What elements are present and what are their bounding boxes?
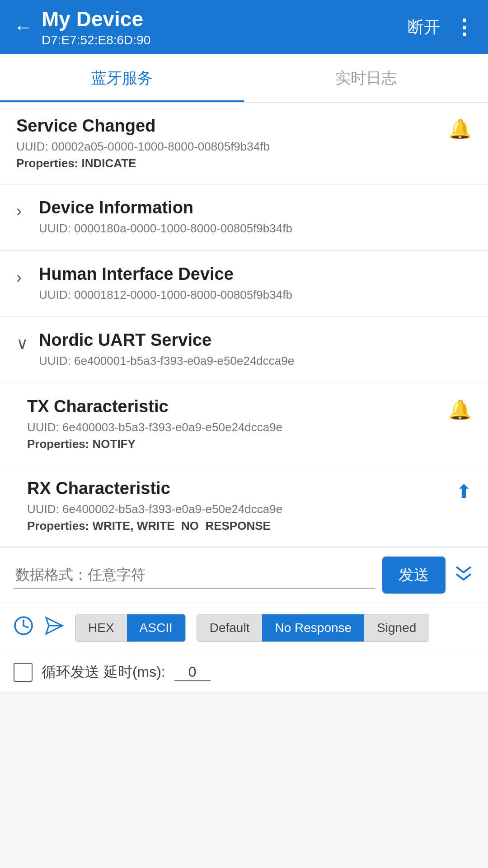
service-changed-info: Service Changed UUID: 00002a05-0000-1000… <box>16 116 270 170</box>
back-button[interactable]: ← <box>14 16 33 38</box>
data-input-field[interactable] <box>14 562 375 589</box>
loop-send-label: 循环发送 延时(ms): <box>42 662 165 682</box>
loop-delay-input[interactable] <box>174 664 211 681</box>
nordic-uart-uuid: UUID: 6e400001-b5a3-f393-e0a9-e50e24dcca… <box>39 353 294 369</box>
header-left: ← My Device D7:E7:52:E8:6D:90 <box>14 7 150 47</box>
human-interface-device-uuid: UUID: 00001812-0000-1000-8000-00805f9b34… <box>39 287 292 303</box>
nordic-uart-left: ∨ Nordic UART Service UUID: 6e400001-b5a… <box>16 330 294 369</box>
tx-characteristic-content: TX Characteristic UUID: 6e400003-b5a3-f3… <box>27 397 282 451</box>
nordic-uart-info: Nordic UART Service UUID: 6e400001-b5a3-… <box>39 330 294 369</box>
tx-characteristic-item[interactable]: TX Characteristic UUID: 6e400003-b5a3-f3… <box>0 383 488 465</box>
service-list: Service Changed UUID: 00002a05-0000-1000… <box>0 103 488 547</box>
tab-realtime-log[interactable]: 实时日志 <box>244 54 488 102</box>
default-response-button[interactable]: Default <box>197 614 263 642</box>
page-title: My Device <box>42 7 150 31</box>
rx-characteristic-item[interactable]: RX Characteristic UUID: 6e400002-b5a3-f3… <box>0 465 488 547</box>
loop-send-checkbox[interactable] <box>14 663 33 682</box>
chevron-right-icon: › <box>16 202 30 221</box>
svg-line-2 <box>23 626 28 627</box>
human-interface-device-left: › Human Interface Device UUID: 00001812-… <box>16 264 292 303</box>
disconnect-button[interactable]: 断开 <box>408 16 440 38</box>
response-button-group: Default No Response Signed <box>197 614 430 642</box>
service-changed-bell-icon[interactable]: 🔔 <box>448 118 472 140</box>
chevron-right-icon-hid: › <box>16 268 30 287</box>
device-address: D7:E7:52:E8:6D:90 <box>42 33 150 47</box>
service-changed-title: Service Changed <box>16 116 270 136</box>
tx-characteristic-properties: Properties: NOTIFY <box>27 437 282 451</box>
tx-characteristic-title: TX Characteristic <box>27 397 282 416</box>
nordic-uart-header: ∨ Nordic UART Service UUID: 6e400001-b5a… <box>16 330 472 369</box>
human-interface-device-info: Human Interface Device UUID: 00001812-00… <box>39 264 292 303</box>
input-area: 发送 <box>0 547 488 603</box>
device-information-item[interactable]: › Device Information UUID: 0000180a-0000… <box>0 184 488 250</box>
service-changed-uuid: UUID: 00002a05-0000-1000-8000-00805f9b34… <box>16 138 270 155</box>
nordic-uart-item[interactable]: ∨ Nordic UART Service UUID: 6e400001-b5a… <box>0 317 488 383</box>
service-changed-header: Service Changed UUID: 00002a05-0000-1000… <box>16 116 472 170</box>
chevron-down-icon: ∨ <box>16 334 30 353</box>
tx-characteristic-uuid: UUID: 6e400003-b5a3-f393-e0a9-e50e24dcca… <box>27 419 282 435</box>
ascii-format-button[interactable]: ASCII <box>127 614 185 642</box>
rx-characteristic-properties: Properties: WRITE, WRITE_NO_RESPONSE <box>27 519 282 533</box>
header-title-block: My Device D7:E7:52:E8:6D:90 <box>42 7 150 47</box>
human-interface-device-header: › Human Interface Device UUID: 00001812-… <box>16 264 472 303</box>
overflow-menu-button[interactable]: ⋮ <box>454 15 474 39</box>
send-icon[interactable] <box>44 616 64 640</box>
header: ← My Device D7:E7:52:E8:6D:90 断开 ⋮ <box>0 0 488 54</box>
device-information-info: Device Information UUID: 0000180a-0000-1… <box>39 198 292 236</box>
human-interface-device-item[interactable]: › Human Interface Device UUID: 00001812-… <box>0 251 488 317</box>
clock-icon[interactable] <box>14 616 33 640</box>
format-button-group: HEX ASCII <box>75 614 186 642</box>
header-right: 断开 ⋮ <box>408 15 474 39</box>
tab-bluetooth-services[interactable]: 蓝牙服务 <box>0 54 244 102</box>
expand-down-button[interactable] <box>453 562 474 588</box>
signed-response-button[interactable]: Signed <box>364 614 429 642</box>
rx-upload-icon[interactable]: ⬆ <box>456 481 472 503</box>
device-information-uuid: UUID: 0000180a-0000-1000-8000-00805f9b34… <box>39 220 292 236</box>
bottom-bar: HEX ASCII Default No Response Signed <box>0 603 488 653</box>
loop-row: 循环发送 延时(ms): <box>0 653 488 691</box>
nordic-uart-title: Nordic UART Service <box>39 330 294 350</box>
device-information-title: Device Information <box>39 198 292 217</box>
no-response-button[interactable]: No Response <box>262 614 364 642</box>
tx-bell-icon[interactable]: 🔔 <box>448 399 472 421</box>
human-interface-device-title: Human Interface Device <box>39 264 292 284</box>
hex-format-button[interactable]: HEX <box>75 614 127 642</box>
tab-bar: 蓝牙服务 实时日志 <box>0 54 488 103</box>
service-changed-properties: Properties: INDICATE <box>16 156 270 170</box>
service-changed-item[interactable]: Service Changed UUID: 00002a05-0000-1000… <box>0 103 488 184</box>
device-information-left: › Device Information UUID: 0000180a-0000… <box>16 198 292 236</box>
rx-characteristic-content: RX Characteristic UUID: 6e400002-b5a3-f3… <box>27 479 282 533</box>
rx-characteristic-uuid: UUID: 6e400002-b5a3-f393-e0a9-e50e24dcca… <box>27 501 282 517</box>
rx-characteristic-title: RX Characteristic <box>27 479 282 498</box>
device-information-header: › Device Information UUID: 0000180a-0000… <box>16 198 472 236</box>
send-button[interactable]: 发送 <box>382 557 446 594</box>
